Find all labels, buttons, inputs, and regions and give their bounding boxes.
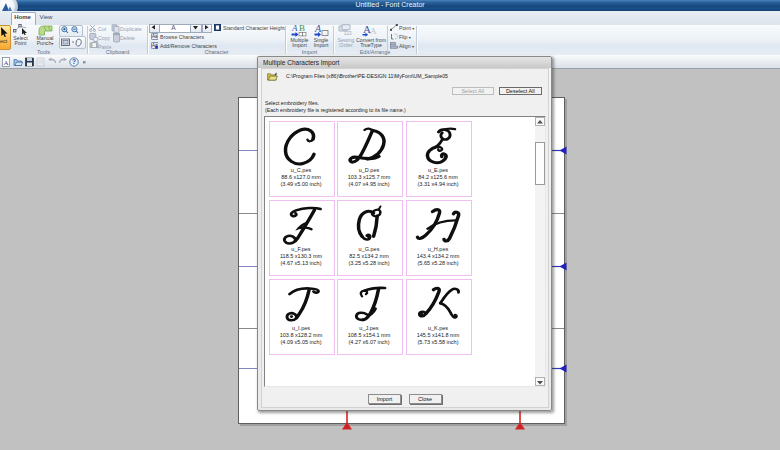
svg-text:?: ? bbox=[72, 58, 76, 65]
svg-text:123: 123 bbox=[344, 31, 352, 36]
svg-text:A: A bbox=[370, 26, 377, 36]
svg-text:A: A bbox=[291, 23, 298, 33]
svg-text:Aa: Aa bbox=[151, 34, 157, 39]
svg-text:A: A bbox=[3, 59, 8, 67]
svg-text:B: B bbox=[299, 23, 305, 33]
